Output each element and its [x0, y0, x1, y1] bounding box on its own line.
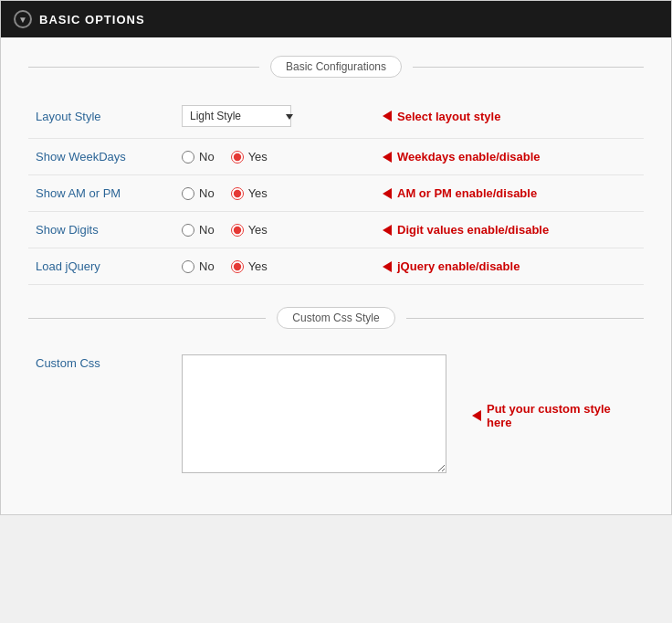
panel-header: ▼ BASIC OPTIONS [1, 1, 671, 37]
jquery-no-option[interactable]: No [182, 259, 215, 273]
load-jquery-row: Load jQuery No Yes [28, 248, 644, 285]
custom-css-table: Custom Css Put your custom style here [28, 343, 644, 487]
jquery-annotation-text: jQuery enable/disable [397, 259, 520, 273]
digits-yes-radio[interactable] [231, 224, 244, 237]
collapse-icon[interactable]: ▼ [14, 10, 32, 28]
load-jquery-label: Load jQuery [36, 259, 100, 273]
jquery-no-radio[interactable] [182, 260, 194, 273]
layout-style-row: Layout Style Light Style Dark Style Sel [28, 94, 644, 139]
custom-css-row: Custom Css Put your custom style here [28, 343, 644, 487]
jquery-yes-radio[interactable] [231, 260, 244, 273]
custom-css-divider: Custom Css Style [28, 307, 644, 329]
show-digits-radio-group: No Yes [182, 223, 368, 237]
arrow-icon [383, 225, 392, 236]
custom-css-annotation: Put your custom style here [472, 402, 636, 429]
digits-yes-label: Yes [248, 223, 268, 237]
show-weekdays-radio-group: No Yes [182, 150, 368, 164]
ampm-no-label: No [199, 186, 215, 200]
layout-style-annotation: Select layout style [383, 110, 636, 123]
show-weekdays-label: Show WeekDays [36, 150, 126, 164]
config-table: Layout Style Light Style Dark Style Sel [28, 94, 644, 285]
weekdays-annotation: Weekdays enable/disable [383, 150, 636, 164]
digits-no-label: No [199, 223, 215, 237]
weekdays-no-radio[interactable] [182, 151, 194, 164]
digits-no-option[interactable]: No [182, 223, 215, 237]
layout-style-annotation-text: Select layout style [397, 110, 500, 123]
weekdays-yes-label: Yes [248, 150, 268, 164]
ampm-yes-label: Yes [248, 186, 268, 200]
custom-css-annotation-text: Put your custom style here [487, 402, 636, 429]
digits-yes-option[interactable]: Yes [231, 223, 268, 237]
custom-css-textarea[interactable] [182, 354, 446, 473]
weekdays-yes-radio[interactable] [231, 151, 244, 164]
layout-style-select[interactable]: Light Style Dark Style [182, 105, 291, 127]
show-ampm-radio-group: No Yes [182, 186, 368, 200]
basic-config-divider: Basic Configurations [28, 56, 644, 78]
layout-select-wrapper: Light Style Dark Style [182, 105, 368, 127]
jquery-no-label: No [199, 259, 215, 273]
ampm-annotation-text: AM or PM enable/disable [397, 186, 537, 200]
ampm-no-option[interactable]: No [182, 186, 215, 200]
show-digits-row: Show Digits No Yes [28, 212, 644, 248]
show-ampm-row: Show AM or PM No Yes [28, 175, 644, 212]
ampm-yes-option[interactable]: Yes [231, 186, 268, 200]
digits-annotation-text: Digit values enable/disable [397, 223, 549, 237]
jquery-yes-label: Yes [248, 259, 268, 273]
show-weekdays-row: Show WeekDays No Yes [28, 139, 644, 175]
arrow-icon [472, 410, 481, 421]
panel-title: BASIC OPTIONS [39, 13, 145, 26]
ampm-yes-radio[interactable] [231, 187, 244, 200]
panel-body: Basic Configurations Layout Style Light … [1, 37, 671, 514]
ampm-no-radio[interactable] [182, 187, 194, 200]
arrow-icon [383, 111, 392, 121]
show-ampm-label: Show AM or PM [36, 186, 121, 200]
digits-no-radio[interactable] [182, 224, 194, 237]
ampm-annotation: AM or PM enable/disable [383, 186, 636, 200]
custom-css-section-label: Custom Css Style [277, 307, 394, 329]
arrow-icon [383, 261, 392, 272]
jquery-yes-option[interactable]: Yes [231, 259, 268, 273]
load-jquery-radio-group: No Yes [182, 259, 368, 273]
weekdays-yes-option[interactable]: Yes [231, 150, 268, 164]
show-digits-label: Show Digits [36, 223, 99, 237]
weekdays-annotation-text: Weekdays enable/disable [397, 150, 541, 164]
arrow-icon [383, 152, 392, 163]
digits-annotation: Digit values enable/disable [383, 223, 636, 237]
jquery-annotation: jQuery enable/disable [383, 259, 636, 273]
basic-config-label: Basic Configurations [270, 56, 402, 78]
weekdays-no-option[interactable]: No [182, 150, 215, 164]
basic-options-panel: ▼ BASIC OPTIONS Basic Configurations Lay… [0, 0, 672, 515]
layout-style-label: Layout Style [36, 110, 101, 123]
weekdays-no-label: No [199, 150, 215, 164]
custom-css-label: Custom Css [36, 356, 100, 370]
arrow-icon [383, 188, 392, 199]
